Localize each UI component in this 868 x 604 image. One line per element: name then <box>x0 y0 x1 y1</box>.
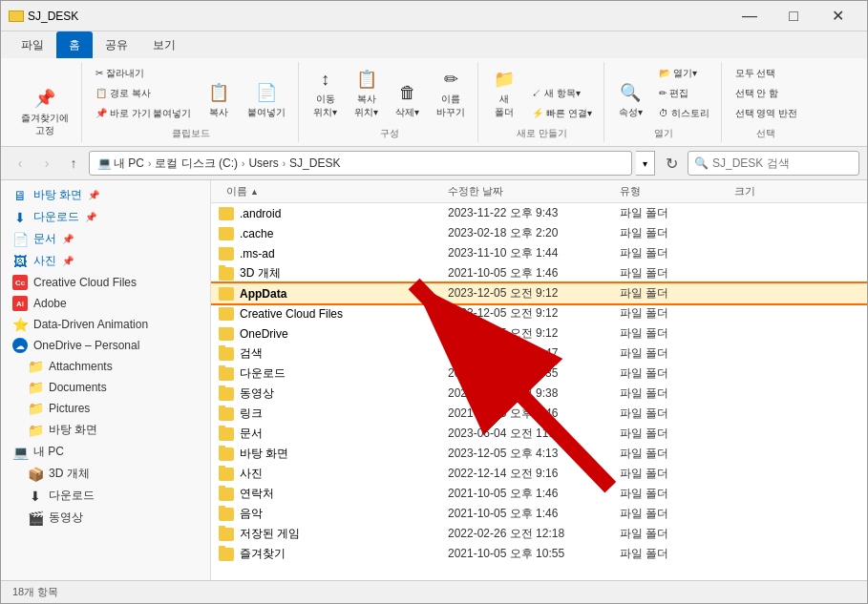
sidebar-item-onedrive[interactable]: ☁ OneDrive – Personal <box>1 335 210 356</box>
file-type-msad: 파일 폴더 <box>612 245 727 261</box>
refresh-button[interactable]: ↻ <box>659 151 684 176</box>
file-type-desktop: 파일 폴더 <box>612 446 727 462</box>
back-button[interactable]: ‹ <box>9 152 32 175</box>
cut-button[interactable]: ✂ 잘라내기 <box>90 64 197 83</box>
table-row[interactable]: .cache 2023-02-18 오후 2:20 파일 폴더 <box>211 223 867 243</box>
sidebar-item-documents2[interactable]: 📁 Documents <box>1 377 210 398</box>
tab-file[interactable]: 파일 <box>9 31 56 58</box>
file-type-android: 파일 폴더 <box>612 205 727 221</box>
file-pane: 이름 ▲ 수정한 날짜 유형 크기 <box>211 180 867 580</box>
file-date-desktop: 2023-12-05 오후 4:13 <box>440 446 612 462</box>
table-row[interactable]: 동영상 2023-11-15 오전 9:38 파일 폴더 <box>211 384 867 404</box>
up-button[interactable]: ↑ <box>62 152 85 175</box>
path-chevron-3: › <box>283 158 286 169</box>
table-row[interactable]: 바탕 화면 2023-12-05 오후 4:13 파일 폴더 <box>211 444 867 464</box>
file-list-header: 이름 ▲ 수정한 날짜 유형 크기 <box>211 180 867 203</box>
table-row[interactable]: 링크 2021-10-05 오후 1:46 파일 폴더 <box>211 404 867 424</box>
copy-path-button[interactable]: 📋 경로 복사 <box>90 84 197 103</box>
table-row[interactable]: 사진 2022-12-14 오전 9:16 파일 폴더 <box>211 464 867 484</box>
explorer-window: SJ_DESK — □ ✕ 파일 홈 공유 보기 📌 즐겨찾기에 고정 <box>0 0 868 604</box>
sidebar-item-desktop2[interactable]: 📁 바탕 화면 <box>1 419 210 441</box>
new-item-button[interactable]: ↙ 새 항목▾ <box>526 84 598 103</box>
close-button[interactable]: ✕ <box>815 1 859 31</box>
open-button[interactable]: 📂 열기▾ <box>653 64 715 83</box>
minimize-button[interactable]: — <box>728 1 772 31</box>
column-size[interactable]: 크기 <box>727 184 803 198</box>
pin-button[interactable]: 📌 즐겨찾기에 고정 <box>14 83 75 140</box>
history-button[interactable]: ⏱ 히스토리 <box>653 104 715 123</box>
select-label: 선택 <box>756 127 775 140</box>
dda-icon: ⭐ <box>12 317 28 332</box>
search-input[interactable] <box>712 156 856 170</box>
title-bar-left: SJ_DESK <box>9 10 728 23</box>
address-dropdown[interactable]: ▾ <box>636 151 655 176</box>
tab-view[interactable]: 보기 <box>140 31 188 58</box>
quick-access-button[interactable]: ⚡ 빠른 연결▾ <box>526 104 598 123</box>
sidebar-item-downloads[interactable]: ⬇ 다운로드 📌 <box>1 206 210 228</box>
table-row[interactable]: 문서 2023-06-04 오전 11:29 파일 폴더 <box>211 424 867 444</box>
sidebar-item-adobe[interactable]: Ai Adobe <box>1 293 210 314</box>
table-row[interactable]: 검색 2021-10-05 오후 1:47 파일 폴더 <box>211 344 867 364</box>
table-row[interactable]: .android 2023-11-22 오후 9:43 파일 폴더 <box>211 203 867 223</box>
table-row[interactable]: 저장된 게임 2022-02-26 오전 12:18 파일 폴더 <box>211 524 867 544</box>
address-path[interactable]: 💻 내 PC › 로컬 디스크 (C:) › Users › SJ_DESK <box>89 151 632 176</box>
organize-label: 구성 <box>380 127 399 140</box>
delete-button[interactable]: 🗑 삭제▾ <box>389 77 426 123</box>
table-row-appdata[interactable]: AppData 2023-12-05 오전 9:12 파일 폴더 <box>211 283 867 303</box>
file-name-cc: Creative Cloud Files <box>211 307 440 321</box>
table-row[interactable]: 연락처 2021-10-05 오후 1:46 파일 폴더 <box>211 484 867 504</box>
table-row[interactable]: 즐겨찾기 2021-10-05 오후 10:55 파일 폴더 <box>211 544 867 564</box>
sidebar-item-videos[interactable]: 🎬 동영상 <box>1 507 210 529</box>
maximize-button[interactable]: □ <box>772 1 815 31</box>
invert-selection-button[interactable]: 선택 영역 반전 <box>730 104 804 123</box>
edit-button[interactable]: ✏ 편집 <box>653 84 715 103</box>
path-chevron-2: › <box>242 158 244 169</box>
table-row[interactable]: 다운로드 2023-11-22 오후 3:35 파일 폴더 <box>211 364 867 384</box>
sidebar-attachments-label: Attachments <box>49 360 113 373</box>
table-row[interactable]: 3D 개체 2021-10-05 오후 1:46 파일 폴더 <box>211 263 867 283</box>
table-row[interactable]: .ms-ad 2023-11-10 오후 1:44 파일 폴더 <box>211 243 867 263</box>
sidebar-item-photos[interactable]: 🖼 사진 📌 <box>1 250 210 272</box>
column-type[interactable]: 유형 <box>612 184 727 198</box>
file-type-photos: 파일 폴더 <box>612 466 727 482</box>
sidebar-item-attachments[interactable]: 📁 Attachments <box>1 356 210 377</box>
file-type-search: 파일 폴더 <box>612 345 727 362</box>
copy-to-label: 복사위치▾ <box>354 93 378 119</box>
select-all-button[interactable]: 모두 선택 <box>730 64 804 83</box>
move-button[interactable]: ↕ 이동위치▾ <box>307 64 344 123</box>
sidebar-item-desktop[interactable]: 🖥 바탕 화면 📌 <box>1 184 210 206</box>
sidebar-videos-label: 동영상 <box>49 510 83 526</box>
column-name[interactable]: 이름 ▲ <box>211 184 440 198</box>
sidebar-item-documents[interactable]: 📄 문서 📌 <box>1 228 210 250</box>
paste-button[interactable]: 📄 붙여넣기 <box>241 77 292 123</box>
file-name-onedrive: OneDrive <box>211 327 440 341</box>
sidebar-item-this-pc[interactable]: 💻 내 PC <box>1 441 210 463</box>
sidebar-item-3d[interactable]: 📦 3D 개체 <box>1 463 210 485</box>
forward-button[interactable]: › <box>35 152 58 175</box>
search-box[interactable]: 🔍 <box>688 151 859 176</box>
sidebar-item-creative-cloud[interactable]: Cc Creative Cloud Files <box>1 272 210 293</box>
copy-button[interactable]: 📋 복사 <box>201 77 237 123</box>
properties-button[interactable]: 🔍 속성▾ <box>612 77 649 123</box>
file-name-music: 음악 <box>211 506 440 522</box>
file-date-onedrive: 2023-12-05 오전 9:12 <box>440 325 612 342</box>
path-users: Users <box>248 156 278 170</box>
new-folder-button[interactable]: 📁 새폴더 <box>486 64 522 123</box>
properties-icon: 🔍 <box>619 81 642 104</box>
table-row[interactable]: OneDrive 2023-12-05 오전 9:12 파일 폴더 <box>211 323 867 344</box>
attachments-icon: 📁 <box>28 359 43 374</box>
select-none-button[interactable]: 선택 안 함 <box>730 84 804 103</box>
rename-button[interactable]: ✏ 이름바꾸기 <box>430 64 472 123</box>
tab-home[interactable]: 홈 <box>56 31 93 58</box>
table-row[interactable]: Creative Cloud Files 2023-12-05 오전 9:12 … <box>211 303 867 323</box>
sidebar-item-downloads2[interactable]: ⬇ 다운로드 <box>1 485 210 507</box>
pc-icon: 💻 <box>97 156 112 170</box>
sidebar-item-pictures[interactable]: 📁 Pictures <box>1 398 210 419</box>
file-date-cache: 2023-02-18 오후 2:20 <box>440 225 612 241</box>
tab-share[interactable]: 공유 <box>93 31 140 58</box>
paste-shortcut-button[interactable]: 📌 바로 가기 붙여넣기 <box>90 104 197 123</box>
column-date[interactable]: 수정한 날짜 <box>440 184 612 198</box>
copy-to-button[interactable]: 📋 복사위치▾ <box>348 64 385 123</box>
sidebar-item-dda[interactable]: ⭐ Data-Driven Animation <box>1 314 210 335</box>
table-row[interactable]: 음악 2021-10-05 오후 1:46 파일 폴더 <box>211 504 867 524</box>
